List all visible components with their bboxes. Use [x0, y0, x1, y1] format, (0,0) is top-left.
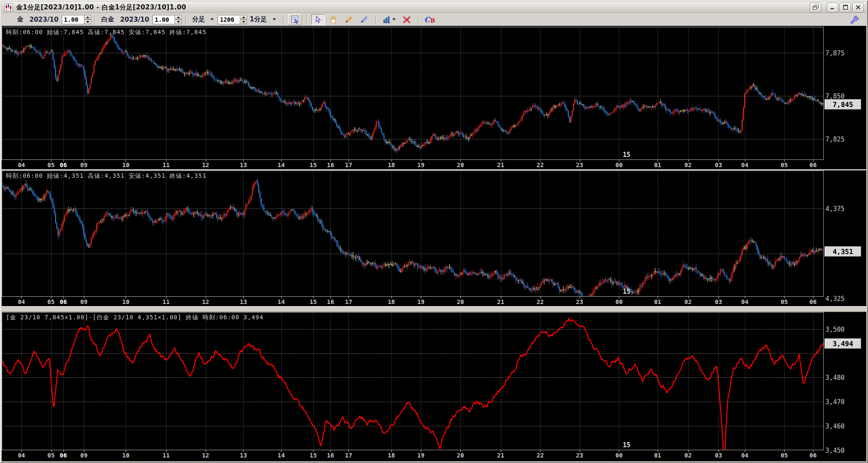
spread-current-price-box: 3,494: [825, 339, 861, 349]
x-tick-label: 03: [715, 298, 722, 305]
x-tick-label: 00: [615, 452, 623, 459]
interval-label: 分足: [192, 15, 205, 23]
platinum-candlestick-canvas[interactable]: [2, 171, 824, 297]
x-tick-label: 06: [60, 298, 67, 305]
y-tick-label: 7,875: [825, 49, 845, 57]
x-tick-label: 21: [497, 162, 504, 168]
x-tick-label: 04: [18, 452, 25, 459]
x-tick-label: 06: [60, 162, 67, 168]
platinum-multiplier-down-button[interactable]: [175, 20, 182, 24]
x-tick-label: 17: [345, 162, 352, 168]
window-title: 金1分足[2023/10]1.00 - 白金1分足[2023/10]1.00: [16, 3, 186, 12]
draw-line-button[interactable]: [342, 14, 356, 25]
x-tick-label: 15: [310, 298, 317, 305]
gold-candlestick-canvas[interactable]: [2, 27, 824, 160]
pan-hand-button[interactable]: [327, 14, 340, 25]
timeframe-dropdown-button[interactable]: [270, 15, 278, 24]
gold-price-axis: 7,845 7,8757,8507,825: [824, 27, 866, 169]
cb-icon: C: [424, 15, 430, 24]
chart-delete-icon: [402, 15, 411, 24]
spread-line-canvas[interactable]: [2, 312, 824, 450]
x-tick-label: 14: [278, 452, 285, 459]
x-tick-label: 10: [122, 298, 129, 305]
x-tick-label: 18: [388, 298, 395, 305]
close-button[interactable]: [852, 3, 864, 12]
bars-count-input[interactable]: [218, 15, 240, 24]
x-tick-label: 17: [345, 452, 352, 459]
toolbar-separator: [95, 14, 95, 25]
erase-line-button[interactable]: [357, 14, 371, 25]
platinum-multiplier-up-button[interactable]: [175, 15, 182, 20]
minimize-button[interactable]: [827, 3, 838, 12]
gold-multiplier-input[interactable]: [62, 15, 84, 24]
gold-chart-header: 時刻:06:00 始値:7,845 高値:7,845 安値:7,845 終値:7…: [6, 29, 207, 36]
x-tick-label: 06: [809, 452, 816, 459]
settings-wrench-button[interactable]: [848, 14, 861, 25]
copy-board-button[interactable]: CB: [423, 14, 437, 25]
chart-type-button[interactable]: [380, 14, 398, 25]
x-tick-label: 12: [202, 298, 209, 305]
x-tick-label: 16: [327, 452, 334, 459]
x-tick-label: 19: [417, 452, 425, 459]
x-tick-label: 02: [684, 298, 692, 305]
x-tick-label: 19: [417, 298, 425, 305]
bars-count-down-button[interactable]: [240, 20, 247, 24]
spread-chart-header: [金 23/10 7,845×1.00]-[白金 23/10 4,351×1.0…: [6, 314, 264, 321]
x-tick-label: 04: [18, 162, 25, 168]
x-tick-label: 09: [80, 298, 88, 305]
x-tick-label: 19: [417, 162, 425, 168]
gold-multiplier-up-button[interactable]: [84, 15, 91, 20]
settings-wrench-icon: [850, 15, 859, 24]
pan-hand-icon: [329, 15, 338, 24]
select-cursor-button[interactable]: [311, 14, 325, 25]
candlestick-app-icon: [4, 3, 13, 11]
interval-dropdown-button[interactable]: [208, 15, 216, 24]
x-tick-label: 17: [345, 298, 352, 305]
gold-chart-panel: 時刻:06:00 始値:7,845 高値:7,845 安値:7,845 終値:7…: [2, 27, 866, 169]
x-tick-label: 00: [615, 298, 623, 305]
bars-count-up-button[interactable]: [240, 15, 247, 20]
x-tick-label: 23: [576, 162, 583, 168]
x-tick-label: 13: [240, 298, 247, 305]
platinum-multiplier-spinbox: [152, 15, 182, 24]
chart-delete-button[interactable]: [400, 14, 414, 25]
x-tick-label: 11: [163, 162, 170, 168]
x-tick-label: 16: [327, 298, 334, 305]
x-tick-label: 21: [497, 298, 504, 305]
y-tick-label: 3,450: [825, 447, 845, 454]
x-tick-label: 05: [781, 162, 788, 168]
x-tick-label: 01: [654, 162, 661, 168]
x-tick-label: 20: [457, 452, 464, 459]
gold-multiplier-down-button[interactable]: [84, 20, 91, 24]
bars-count-spinbox: [218, 15, 247, 24]
x-tick-label: 04: [741, 452, 748, 459]
x-tick-label: 13: [240, 452, 247, 459]
float-window-button[interactable]: [810, 3, 821, 12]
chart-board-button[interactable]: [288, 14, 302, 25]
titlebar: 金1分足[2023/10]1.00 - 白金1分足[2023/10]1.00: [2, 2, 866, 13]
x-tick-label: 14: [278, 162, 285, 168]
x-tick-label: 20: [457, 298, 464, 305]
x-tick-label: 05: [47, 452, 55, 459]
x-tick-label: 20: [457, 162, 464, 168]
x-tick-label: 05: [47, 162, 55, 168]
x-tick-label: 11: [163, 298, 170, 305]
maximize-button[interactable]: [839, 3, 851, 12]
x-tick-label: 12: [202, 162, 209, 168]
platinum-chart-header: 時刻:06:00 始値:4,351 高値:4,351 安値:4,351 終値:4…: [6, 172, 207, 180]
x-tick-label: 02: [684, 452, 692, 459]
platinum-multiplier-input[interactable]: [152, 15, 175, 24]
y-tick-label: 7,825: [825, 136, 845, 143]
chart-board-icon: [291, 15, 299, 24]
x-tick-label: 18: [388, 452, 395, 459]
bar-chart-icon: [382, 15, 391, 24]
x-tick-label: 15: [310, 452, 317, 459]
x-tick-label: 13: [240, 162, 247, 168]
panel-splitter[interactable]: [2, 306, 866, 312]
x-tick-label: 06: [809, 298, 816, 305]
y-tick-label: 4,375: [825, 205, 845, 213]
x-tick-label: 06: [809, 162, 816, 168]
x-tick-label: 03: [715, 452, 722, 459]
toolbar-separator: [418, 14, 419, 25]
spread-chart-panel: [金 23/10 7,845×1.00]-[白金 23/10 4,351×1.0…: [2, 312, 866, 460]
